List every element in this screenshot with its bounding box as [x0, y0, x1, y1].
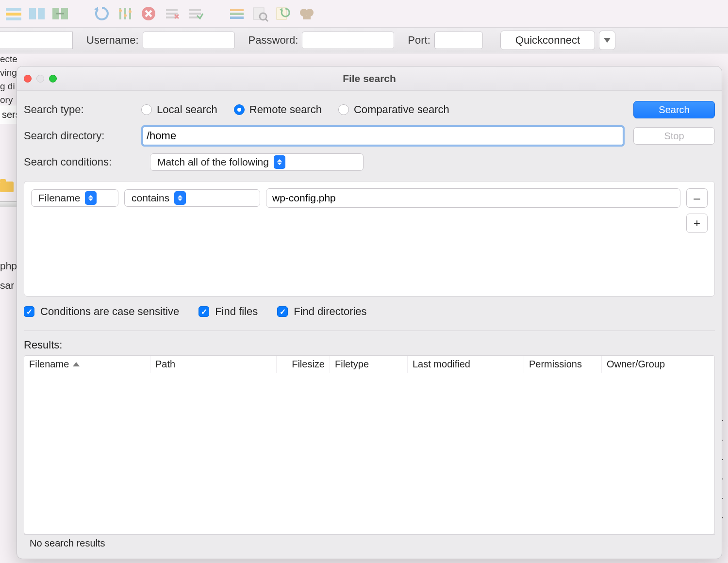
select-stepper-icon: [274, 155, 285, 169]
svg-point-12: [124, 14, 127, 17]
results-label: Results:: [24, 339, 715, 351]
search-button[interactable]: Search: [633, 101, 715, 118]
bg-local-path-fragment: sers: [0, 105, 18, 124]
cancel-icon[interactable]: [139, 4, 158, 23]
svg-rect-9: [124, 8, 126, 19]
checkbox-icon: ✓: [277, 306, 288, 317]
connection-bar: Username: Password: Port: Quickconnect: [0, 27, 728, 53]
results-body[interactable]: [24, 373, 714, 534]
search-directory-label: Search directory:: [24, 130, 141, 142]
col-filetype[interactable]: Filetype: [330, 356, 408, 373]
condition-operator-select[interactable]: contains: [124, 189, 260, 207]
main-toolbar: [0, 0, 728, 27]
radio-comparative-label: Comparative search: [354, 103, 449, 116]
remove-condition-button[interactable]: –: [686, 188, 708, 208]
compare-icon[interactable]: [274, 4, 293, 23]
dialog-titlebar[interactable]: File search: [17, 66, 722, 91]
zoom-icon[interactable]: [49, 75, 57, 83]
svg-point-11: [119, 9, 122, 12]
find-icon[interactable]: [297, 4, 316, 23]
condition-row: Filename contains –: [31, 188, 708, 208]
file-search-dialog: File search Search type: Local search Re…: [17, 66, 722, 559]
checkbox-icon: ✓: [24, 306, 34, 317]
dialog-title: File search: [17, 73, 722, 84]
radio-comparative-search[interactable]: Comparative search: [338, 103, 449, 116]
search-type-label: Search type:: [24, 103, 141, 116]
disconnect-icon[interactable]: [162, 4, 182, 23]
port-label: Port:: [408, 34, 430, 47]
svg-rect-21: [230, 9, 244, 11]
check-case-sensitive[interactable]: ✓ Conditions are case sensitive: [24, 305, 179, 318]
status-bar: No search results: [24, 534, 715, 552]
check-find-files[interactable]: ✓ Find files: [199, 305, 258, 318]
svg-point-30: [306, 9, 314, 17]
bg-splitter[interactable]: [0, 201, 17, 207]
col-ownergroup[interactable]: Owner/Group: [602, 356, 714, 373]
svg-rect-18: [189, 9, 201, 11]
queue-icon[interactable]: [227, 4, 247, 23]
refresh-icon[interactable]: [92, 4, 112, 23]
conditions-panel: Filename contains – +: [24, 181, 715, 297]
col-lastmodified[interactable]: Last modified: [408, 356, 524, 373]
check-find-directories[interactable]: ✓ Find directories: [277, 305, 366, 318]
checkbox-icon: ✓: [199, 306, 209, 317]
match-mode-value: Match all of the following: [157, 156, 269, 168]
quickconnect-dropdown[interactable]: [599, 31, 615, 50]
reconnect-icon[interactable]: [185, 4, 205, 23]
results-header[interactable]: Filename Path Filesize Filetype Last mod…: [24, 356, 714, 373]
sitemanager-icon[interactable]: [4, 4, 23, 23]
select-stepper-icon: [85, 191, 97, 205]
add-condition-button[interactable]: +: [686, 214, 708, 233]
svg-rect-3: [29, 8, 36, 19]
svg-marker-32: [604, 38, 611, 43]
divider: [24, 331, 715, 331]
svg-rect-10: [129, 8, 131, 19]
radio-remote-search[interactable]: Remote search: [234, 103, 322, 116]
svg-rect-16: [166, 13, 178, 15]
col-permissions[interactable]: Permissions: [524, 356, 602, 373]
password-input[interactable]: [302, 32, 394, 49]
bg-left-entries: php sar: [0, 256, 17, 295]
svg-rect-0: [6, 8, 21, 11]
username-input[interactable]: [143, 32, 235, 49]
condition-field-select[interactable]: Filename: [31, 189, 118, 207]
sync-browse-icon[interactable]: [50, 4, 70, 23]
password-label: Password:: [248, 34, 298, 47]
search-directory-input[interactable]: [147, 130, 619, 142]
select-stepper-icon: [174, 191, 186, 205]
port-input[interactable]: [434, 32, 483, 49]
status-text: No search results: [30, 538, 105, 549]
close-icon[interactable]: [24, 75, 32, 83]
host-input[interactable]: [0, 32, 73, 49]
bg-folder-icon: [0, 182, 17, 196]
radio-local-label: Local search: [157, 103, 217, 116]
split-view-icon[interactable]: [27, 4, 47, 23]
svg-line-26: [265, 19, 268, 21]
filter-icon[interactable]: [116, 4, 135, 23]
radio-remote-label: Remote search: [249, 103, 322, 116]
search-conditions-label: Search conditions:: [24, 156, 150, 168]
svg-rect-31: [303, 16, 311, 19]
col-path[interactable]: Path: [150, 356, 277, 373]
svg-rect-15: [166, 9, 178, 11]
minimize-icon[interactable]: [36, 75, 44, 83]
condition-value-input[interactable]: [266, 188, 680, 208]
radio-local-search[interactable]: Local search: [141, 103, 217, 116]
col-filename[interactable]: Filename: [24, 356, 150, 373]
username-label: Username:: [86, 34, 139, 47]
match-mode-select[interactable]: Match all of the following: [150, 153, 364, 171]
results-table: Filename Path Filesize Filetype Last mod…: [24, 355, 715, 534]
svg-rect-2: [6, 17, 21, 20]
svg-point-13: [129, 10, 132, 13]
svg-rect-22: [230, 13, 244, 15]
search-directory-field[interactable]: [141, 125, 625, 147]
col-filesize[interactable]: Filesize: [277, 356, 330, 373]
svg-rect-1: [6, 13, 21, 16]
svg-rect-19: [189, 13, 201, 15]
search-log-icon[interactable]: [250, 4, 270, 23]
stop-button[interactable]: Stop: [633, 127, 715, 145]
svg-rect-4: [38, 8, 45, 19]
quickconnect-button[interactable]: Quickconnect: [500, 31, 595, 50]
svg-rect-23: [230, 17, 244, 19]
